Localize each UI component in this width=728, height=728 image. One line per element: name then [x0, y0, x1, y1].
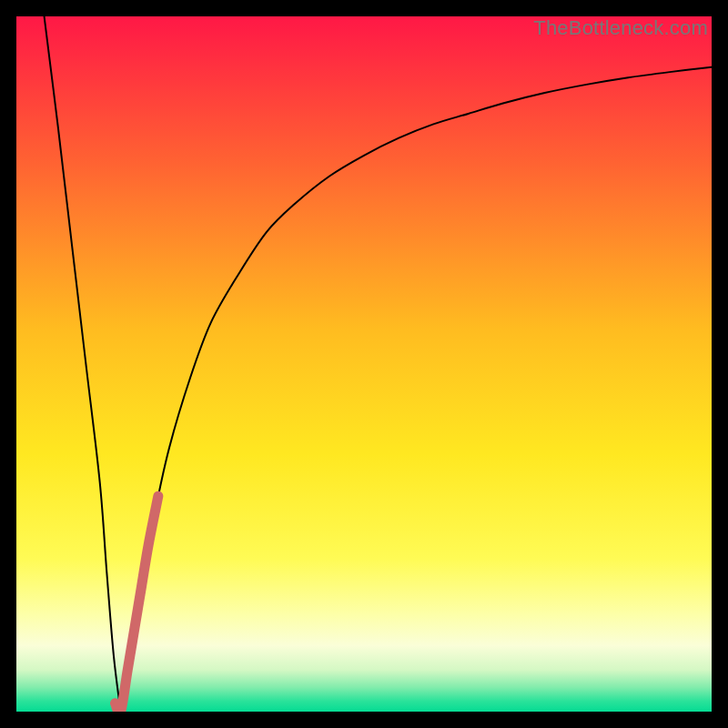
chart-frame: TheBottleneck.com	[0, 0, 728, 728]
plot-area: TheBottleneck.com	[16, 16, 712, 712]
chart-svg	[16, 16, 712, 712]
gradient-background	[16, 16, 712, 712]
